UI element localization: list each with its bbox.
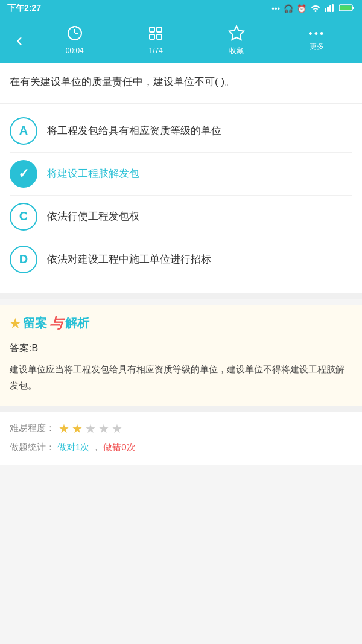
more-label: 更多 [310, 42, 324, 52]
question-text: 在有关建设单位的质量责任中，建设单位不可( )。 [10, 74, 352, 91]
svg-line-10 [72, 27, 74, 28]
option-d-circle: D [10, 246, 37, 273]
star-5: ★ [112, 421, 122, 436]
star-4: ★ [98, 421, 109, 436]
svg-rect-0 [325, 8, 326, 12]
answer-star-icon: ★ [10, 316, 21, 331]
answer-key: 答案:B [10, 340, 352, 357]
svg-rect-12 [150, 27, 154, 32]
option-b-text: 将建设工程肢解发包 [47, 166, 139, 182]
headphone-icon: 🎧 [284, 4, 293, 13]
option-d[interactable]: D 依法对建设工程中施工单位进行招标 [10, 238, 352, 281]
svg-rect-14 [150, 34, 154, 39]
svg-rect-2 [329, 5, 331, 12]
svg-rect-6 [340, 5, 352, 10]
answer-title-mid: 与 [49, 314, 63, 333]
option-c[interactable]: C 依法行使工程发包权 [10, 196, 352, 238]
option-d-text: 依法对建设工程中施工单位进行招标 [47, 252, 211, 267]
svg-rect-3 [332, 4, 334, 12]
answer-title-left: 留案 [23, 315, 47, 331]
option-a-key: A [19, 124, 28, 138]
progress-label: 1/74 [149, 46, 163, 55]
signal-icon [325, 4, 335, 14]
answer-section: ★ 留案 与 解析 答案:B 建设单位应当将工程发包给具有相应资质等级的单位，建… [0, 305, 362, 406]
difficulty-label: 难易程度： [10, 422, 55, 434]
divider-1 [0, 293, 362, 299]
answer-body: 答案:B 建设单位应当将工程发包给具有相应资质等级的单位，建设单位不得将建设工程… [10, 340, 352, 394]
status-icons: ••• 🎧 ⏰ [272, 4, 355, 14]
top-nav: ‹ 00:04 [0, 17, 362, 63]
option-c-text: 依法行使工程发包权 [47, 209, 139, 225]
answer-title-right: 解析 [65, 315, 89, 331]
status-bar: 下午2:27 ••• 🎧 ⏰ [0, 0, 362, 17]
star-3: ★ [85, 421, 96, 436]
status-time: 下午2:27 [7, 3, 41, 14]
stars-row: ★ ★ ★ ★ ★ [59, 421, 122, 436]
svg-rect-5 [352, 7, 354, 9]
favorite-nav-item[interactable]: 收藏 [228, 24, 245, 56]
wifi-icon [310, 4, 321, 14]
timer-nav-item[interactable]: 00:04 [66, 25, 84, 55]
more-nav-item[interactable]: ••• 更多 [308, 28, 325, 52]
option-b[interactable]: ✓ 将建设工程肢解发包 [10, 153, 352, 196]
option-d-key: D [19, 252, 28, 266]
nav-items: 00:04 1/74 收藏 ••• 更多 [34, 24, 357, 56]
correct-count: 做对1次 [57, 442, 89, 453]
option-b-circle: ✓ [10, 160, 37, 188]
svg-marker-16 [229, 26, 244, 40]
star-1: ★ [59, 421, 69, 436]
svg-line-11 [76, 27, 77, 28]
difficulty-row: 难易程度： ★ ★ ★ ★ ★ [10, 421, 352, 436]
do-label: 做题统计： [10, 442, 55, 453]
back-icon: ‹ [16, 30, 22, 50]
svg-rect-1 [327, 7, 329, 12]
grid-icon [147, 25, 164, 44]
back-button[interactable]: ‹ [5, 30, 34, 50]
check-icon: ✓ [18, 166, 29, 182]
stats-section: 难易程度： ★ ★ ★ ★ ★ 做题统计： 做对1次 ， 做错0次 [0, 412, 362, 465]
favorite-label: 收藏 [229, 46, 244, 56]
question-area: 在有关建设单位的质量责任中，建设单位不可( )。 [0, 63, 362, 104]
answer-explanation: 建设单位应当将工程发包给具有相应资质等级的单位，建设单位不得将建设工程肢解发包。 [10, 361, 352, 394]
alarm-icon: ⏰ [297, 4, 306, 13]
option-a[interactable]: A 将工程发包给具有相应资质等级的单位 [10, 110, 352, 153]
wrong-count: 做错0次 [103, 442, 135, 453]
options-area: A 将工程发包给具有相应资质等级的单位 ✓ 将建设工程肢解发包 C 依法行使工程… [0, 104, 362, 293]
star-icon [228, 24, 245, 43]
clock-icon [66, 25, 83, 44]
battery-icon [339, 4, 355, 14]
star-2: ★ [72, 421, 83, 436]
do-stats-row: 做题统计： 做对1次 ， 做错0次 [10, 442, 352, 453]
svg-rect-15 [157, 34, 162, 39]
option-c-circle: C [10, 203, 37, 231]
option-a-circle: A [10, 117, 37, 145]
more-icon: ••• [308, 28, 325, 39]
signal-dots-icon: ••• [272, 4, 280, 13]
option-a-text: 将工程发包给具有相应资质等级的单位 [47, 123, 221, 139]
progress-nav-item[interactable]: 1/74 [147, 25, 164, 55]
svg-rect-13 [157, 27, 162, 32]
timer-label: 00:04 [66, 46, 84, 55]
answer-title: ★ 留案 与 解析 [10, 314, 352, 333]
option-c-key: C [19, 209, 28, 223]
divider-2 [0, 406, 362, 412]
separator: ， [92, 442, 101, 453]
